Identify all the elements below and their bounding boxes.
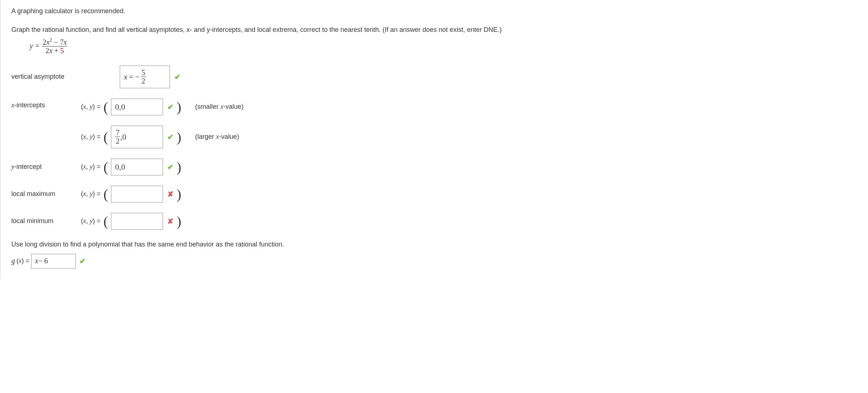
x-mark-icon: ✘ (167, 190, 174, 199)
question-text: Graph the rational function, and find al… (11, 26, 854, 34)
check-icon: ✔ (79, 257, 86, 266)
gx-input[interactable]: x − 6 (31, 254, 76, 268)
close-paren-icon: ) (176, 187, 182, 201)
local-minimum-input[interactable] (111, 213, 163, 230)
equation-display: y = 2x2 − 7x 2x + 5 (30, 37, 854, 55)
row-y-intercept: (x, y) = ( 0,0 ✔ ) (81, 159, 854, 175)
close-paren-icon: ) (176, 100, 182, 114)
row-x-intercepts: (x, y) = ( 0,0 ✔ ) (smaller x-value) (x,… (81, 99, 854, 148)
answer-grid: vertical asymptote x = − 5 2 ✔ x-interce… (11, 66, 854, 230)
xy-equals-label: (x, y) = (81, 217, 101, 225)
y-intercept-input[interactable]: 0,0 (111, 159, 163, 175)
local-maximum-input[interactable] (111, 186, 163, 203)
gx-row: g (x) = x − 6 ✔ (11, 254, 854, 268)
equation-lhs: y = (30, 42, 40, 50)
close-paren-icon: ) (176, 160, 182, 174)
check-icon: ✔ (167, 163, 174, 171)
label-y-intercept: y-intercept (11, 163, 81, 171)
note-smaller-x: (smaller x-value) (195, 103, 244, 111)
close-paren-icon: ) (176, 214, 182, 228)
x-intercept-2-input[interactable]: 7 2 ,0 (111, 126, 163, 148)
open-paren-icon: ( (103, 187, 109, 201)
instruction-text: A graphing calculator is recommended. (11, 7, 854, 15)
label-vertical-asymptote: vertical asymptote (11, 73, 81, 81)
close-paren-icon: ) (176, 130, 182, 144)
check-icon: ✔ (167, 103, 174, 111)
equation-fraction: 2x2 − 7x 2x + 5 (42, 37, 67, 55)
open-paren-icon: ( (103, 100, 109, 114)
check-icon: ✔ (174, 73, 181, 81)
row-local-minimum: (x, y) = ( ✘ ) (81, 213, 854, 230)
question-container: A graphing calculator is recommended. Gr… (0, 0, 865, 279)
check-icon: ✔ (167, 133, 174, 141)
row-vertical-asymptote: x = − 5 2 ✔ (81, 66, 854, 88)
xy-equals-label: (x, y) = (81, 133, 101, 141)
followup-text: Use long division to find a polynomial t… (11, 241, 854, 248)
row-local-maximum: (x, y) = ( ✘ ) (81, 186, 854, 203)
vertical-asymptote-input[interactable]: x = − 5 2 (120, 66, 170, 88)
x-mark-icon: ✘ (167, 217, 174, 226)
open-paren-icon: ( (103, 160, 109, 174)
xy-equals-label: (x, y) = (81, 190, 101, 198)
label-local-maximum: local maximum (11, 190, 81, 198)
xy-equals-label: (x, y) = (81, 103, 101, 111)
question-prompt: Graph the rational function, and find al… (11, 26, 502, 33)
open-paren-icon: ( (103, 214, 109, 228)
label-x-intercepts: x-intercepts (11, 99, 81, 109)
label-local-minimum: local minimum (11, 217, 81, 225)
xy-equals-label: (x, y) = (81, 163, 101, 171)
note-larger-x: (larger x-value) (195, 133, 239, 141)
gx-lhs: g (11, 257, 15, 265)
open-paren-icon: ( (103, 130, 109, 144)
x-intercept-1-input[interactable]: 0,0 (111, 99, 163, 115)
